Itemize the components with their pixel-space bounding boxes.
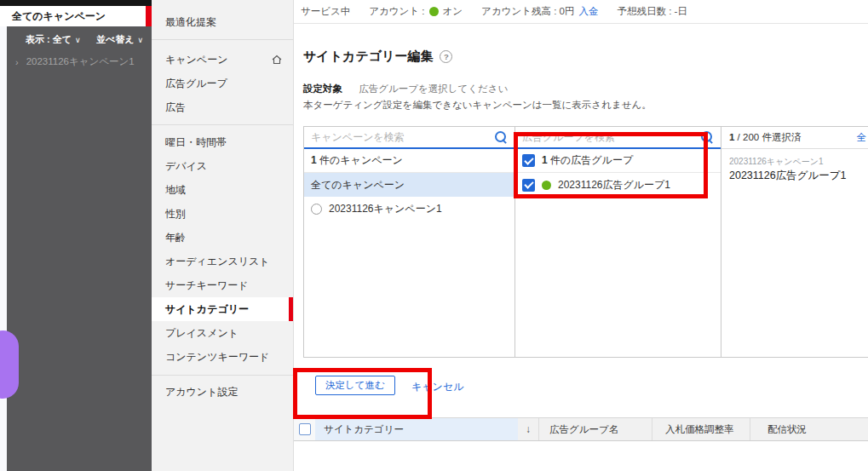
checkbox-checked-icon[interactable] [522, 154, 535, 167]
menu-item-placement[interactable]: プレイスメント [152, 321, 293, 345]
column-header-adgroup-name[interactable]: 広告グループ名 [538, 418, 652, 440]
menu-item-optimization[interactable]: 最適化提案 [152, 10, 293, 34]
adgroup-count-value: 1 [542, 154, 548, 166]
target-row: 設定対象 広告グループを選択してください [303, 83, 508, 95]
help-icon[interactable]: ? [440, 50, 452, 63]
campaign-item-row[interactable]: 20231126キャンペーン1 [304, 197, 514, 221]
menu-item-account-settings[interactable]: アカウント設定 [152, 380, 293, 404]
account-state: オン [443, 5, 463, 18]
menu-divider [152, 39, 293, 40]
display-filter-dropdown[interactable]: 表示 : 全て∨ [26, 33, 81, 46]
checkbox-checked-icon[interactable] [522, 179, 535, 192]
campaign-count-value: 1 [311, 154, 317, 166]
selected-header: 1 / 200 件選択済 全 [721, 127, 868, 149]
sort-descending-icon[interactable]: ↓ [518, 418, 538, 440]
chevron-down-icon: ∨ [75, 36, 81, 44]
menu-item-gender[interactable]: 性別 [152, 202, 293, 226]
menu-item-age[interactable]: 年齢 [152, 226, 293, 250]
search-icon [494, 130, 508, 144]
sort-dropdown-label: 並べ替え [96, 34, 135, 44]
search-icon [700, 130, 714, 144]
deposit-link[interactable]: 入金 [578, 5, 598, 18]
menu-item-audience-list[interactable]: オーディエンスリスト [152, 250, 293, 273]
all-campaigns-row[interactable]: 全てのキャンペーン [304, 173, 514, 197]
campaign-count-label: 件のキャンペーン [319, 154, 403, 166]
selected-count-label: / 200 件選択済 [738, 132, 802, 142]
checkbox-unchecked-icon[interactable] [299, 423, 311, 435]
menu-item-daytime[interactable]: 曜日・時間帯 [152, 130, 293, 154]
tree-item-label: 20231126キャンペーン1 [26, 55, 135, 68]
menu-item-ad[interactable]: 広告 [152, 95, 293, 119]
target-hint: 広告グループを選択してください [359, 83, 508, 94]
selected-accent-bar [289, 297, 293, 321]
menu-item-campaign[interactable]: キャンペーン [152, 48, 293, 72]
status-bar: サービス中 アカウント : オン アカウント残高 : 0円 入金 予想残日数 :… [294, 0, 868, 24]
adgroup-count-row[interactable]: 1 件の広告グループ [515, 149, 721, 173]
campaign-tree-panel: 表示 : 全て∨ 並べ替え∨ › 20231126キャンペーン1 [7, 26, 152, 471]
page-title-row: サイトカテゴリー編集 ? [303, 49, 452, 65]
selected-body: 20231126キャンペーン1 20231126広告グループ1 [721, 149, 868, 190]
submit-button[interactable]: 決定して進む [315, 376, 395, 395]
cancel-link[interactable]: キャンセル [411, 380, 463, 394]
adgroup-count-label: 件の広告グループ [550, 154, 633, 166]
menu-item-region[interactable]: 地域 [152, 178, 293, 202]
all-campaigns-label: 全てのキャンペーン [311, 178, 405, 192]
selected-campaign-label: 20231126キャンペーン1 [729, 156, 861, 167]
campaign-count-row[interactable]: 1 件のキャンペーン [304, 149, 514, 173]
campaign-item-label: 20231126キャンペーン1 [329, 202, 442, 216]
display-filter-label: 表示 : 全て [26, 34, 72, 44]
side-menu: 最適化提案 キャンペーン 広告グループ 広告 曜日・時間帯 デバイス 地域 性別… [152, 0, 294, 471]
menu-item-content-keyword[interactable]: コンテンツキーワード [152, 345, 293, 369]
adgroup-item-row[interactable]: 20231126広告グループ1 [515, 173, 721, 197]
adgroup-search-row [515, 127, 721, 149]
select-all-checkbox-cell[interactable] [294, 418, 315, 440]
radio-unchecked-icon[interactable] [311, 204, 322, 215]
tree-controls: 表示 : 全て∨ 並べ替え∨ [7, 33, 152, 46]
column-header-bid-adjustment[interactable]: 入札価格調整率 [652, 418, 750, 440]
column-header-delivery-status[interactable]: 配信状況 [750, 418, 868, 440]
results-table-header: サイトカテゴリー ↓ 広告グループ名 入札価格調整率 配信状況 [294, 417, 868, 441]
chevron-down-icon: ∨ [137, 36, 143, 44]
account-label: アカウント : [369, 5, 424, 18]
menu-item-device[interactable]: デバイス [152, 154, 293, 178]
selector-panels: 1 件のキャンペーン 全てのキャンペーン 20231126キャンペーン1 1 件… [303, 126, 868, 358]
campaign-scope-header[interactable]: 全てのキャンペーン [0, 6, 152, 26]
account-status-group: アカウント : オン [369, 5, 463, 18]
page-title: サイトカテゴリー編集 [303, 49, 433, 65]
page-edge-strip [0, 26, 7, 471]
scope-accent-bar [146, 6, 152, 26]
menu-item-site-category[interactable]: サイトカテゴリー [152, 297, 293, 321]
selected-count-value: 1 [729, 132, 734, 142]
selected-adgroup-label: 20231126広告グループ1 [729, 169, 861, 183]
campaign-search-row [304, 127, 514, 149]
adgroup-search-input[interactable] [522, 131, 700, 143]
clear-all-link[interactable]: 全 [857, 131, 867, 144]
menu-item-search-keyword[interactable]: サーチキーワード [152, 273, 293, 297]
rail-top-strip [0, 0, 152, 6]
targeting-note: 本ターゲティング設定を編集できないキャンペーンは一覧に表示されません。 [303, 99, 652, 112]
sort-dropdown[interactable]: 並べ替え∨ [96, 33, 143, 46]
menu-divider [152, 124, 293, 125]
floating-widget-button[interactable] [0, 330, 19, 399]
adgroup-panel: 1 件の広告グループ 20231126広告グループ1 [514, 127, 721, 357]
selected-panel: 1 / 200 件選択済 全 20231126キャンペーン1 20231126広… [721, 127, 868, 357]
balance-label: アカウント残高 : 0円 [481, 5, 574, 18]
adgroup-item-label: 20231126広告グループ1 [558, 178, 670, 192]
chevron-right-icon: › [15, 57, 19, 67]
service-status: サービス中 [301, 5, 350, 18]
campaign-panel: 1 件のキャンペーン 全てのキャンペーン 20231126キャンペーン1 [304, 127, 514, 357]
target-label: 設定対象 [303, 83, 342, 94]
status-on-icon [542, 181, 551, 190]
menu-item-site-category-label: サイトカテゴリー [165, 303, 249, 315]
balance-group: アカウント残高 : 0円 入金 [481, 5, 598, 18]
home-icon [271, 54, 283, 66]
tree-item-campaign[interactable]: › 20231126キャンペーン1 [7, 55, 152, 68]
campaign-scope-label: 全てのキャンペーン [0, 9, 106, 24]
status-on-icon [429, 7, 439, 16]
menu-item-campaign-label: キャンペーン [165, 54, 227, 66]
menu-divider [152, 375, 293, 376]
campaign-search-input[interactable] [311, 131, 494, 143]
app-root: 全てのキャンペーン 表示 : 全て∨ 並べ替え∨ › 20231126キャンペー… [0, 0, 868, 471]
menu-item-adgroup[interactable]: 広告グループ [152, 72, 293, 95]
column-header-site-category[interactable]: サイトカテゴリー [315, 418, 518, 440]
